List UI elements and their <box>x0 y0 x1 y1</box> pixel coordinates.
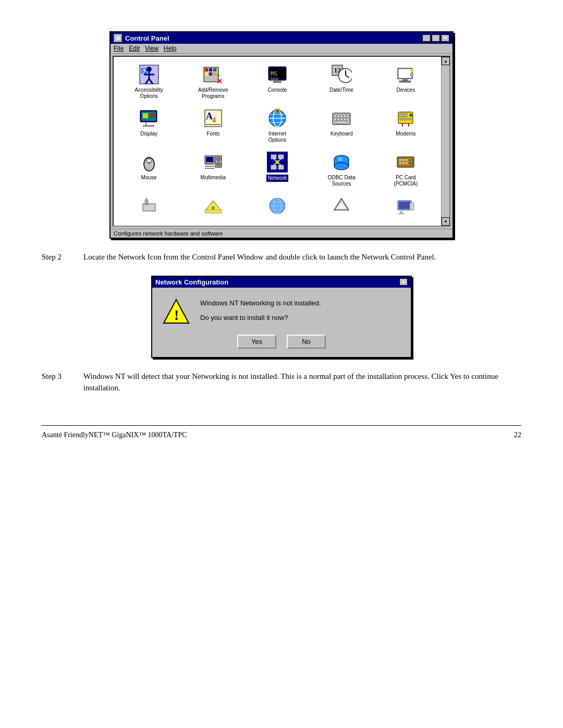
svg-rect-30 <box>402 79 408 81</box>
icon-console[interactable]: MS DOS Console <box>246 61 308 103</box>
svg-rect-54 <box>340 115 342 117</box>
svg-rect-108 <box>145 200 148 205</box>
svg-rect-106 <box>410 160 413 164</box>
title-icon: ⚙ <box>114 34 122 42</box>
svg-text:⚙: ⚙ <box>276 109 279 114</box>
icon-odbc[interactable]: 32 ODBC DataSources <box>311 149 373 190</box>
dialog-close-button[interactable]: ✕ <box>399 278 408 286</box>
step2-number: Step 2 <box>42 251 73 263</box>
svg-text:MS: MS <box>271 70 277 77</box>
svg-rect-103 <box>399 162 401 164</box>
svg-rect-60 <box>344 118 346 120</box>
svg-rect-53 <box>337 115 339 117</box>
step3-text: Windows NT will detect that your Network… <box>83 371 521 394</box>
svg-rect-31 <box>399 81 411 82</box>
icon-grid: ♿ AccessibilityOptions ✕ <box>114 57 441 226</box>
dialog-container: Network Configuration ✕ ! Windows NT Net… <box>151 276 412 358</box>
svg-rect-111 <box>205 210 222 213</box>
icon-row4-3[interactable] <box>246 192 308 221</box>
step3-number: Step 3 <box>42 371 73 394</box>
svg-rect-58 <box>337 118 339 120</box>
control-panel-window: ⚙ Control Panel _ □ ✕ File Edit View Hel… <box>109 31 454 239</box>
step2-section: Step 2 Locate the Network Icon from the … <box>42 251 521 263</box>
svg-rect-52 <box>334 115 336 117</box>
svg-rect-67 <box>400 118 411 120</box>
svg-text:+: + <box>216 71 221 79</box>
icon-display[interactable]: Display <box>118 105 180 146</box>
scroll-down-button[interactable]: ▼ <box>442 217 450 226</box>
svg-text:!: ! <box>174 307 179 323</box>
svg-rect-9 <box>209 68 212 71</box>
menu-edit[interactable]: Edit <box>129 45 140 52</box>
yes-button[interactable]: Yes <box>237 335 276 349</box>
warning-icon: ! <box>163 298 190 325</box>
svg-point-91 <box>276 161 279 164</box>
svg-rect-123 <box>398 213 405 214</box>
svg-rect-56 <box>347 115 349 117</box>
svg-rect-100 <box>399 159 401 161</box>
svg-point-66 <box>409 114 412 117</box>
menu-file[interactable]: File <box>114 45 124 52</box>
dialog-buttons: Yes No <box>163 335 400 349</box>
footer-right: 22 <box>514 431 521 439</box>
svg-rect-107 <box>143 204 155 211</box>
icon-fonts[interactable]: A 4 Fonts <box>182 105 244 146</box>
icon-devices[interactable]: Devices <box>375 61 437 103</box>
step2-text: Locate the Network Icon from the Control… <box>83 251 521 263</box>
svg-point-112 <box>212 206 215 209</box>
icon-row4-4[interactable] <box>311 192 373 221</box>
icon-row4-2[interactable] <box>182 192 244 221</box>
icon-modems[interactable]: Modems <box>375 105 437 146</box>
svg-point-32 <box>410 69 413 72</box>
svg-rect-12 <box>209 72 212 76</box>
scroll-up-button[interactable]: ▲ <box>442 57 450 65</box>
svg-rect-39 <box>143 125 154 127</box>
menu-view[interactable]: View <box>145 45 158 52</box>
step3-section: Step 3 Windows NT will detect that your … <box>42 371 521 394</box>
maximize-button[interactable]: □ <box>432 34 440 42</box>
svg-point-33 <box>410 73 413 76</box>
icon-keyboard[interactable]: Keyboard <box>311 105 373 146</box>
svg-rect-124 <box>410 203 414 210</box>
no-button[interactable]: No <box>287 335 326 349</box>
scroll-track[interactable] <box>442 65 449 217</box>
icon-mouse[interactable]: Mouse <box>118 149 180 190</box>
svg-rect-85 <box>271 165 276 169</box>
svg-rect-121 <box>399 202 410 209</box>
content-area: ♿ AccessibilityOptions ✕ <box>113 56 450 227</box>
footer-left: Asanté FriendlyNET™ GigaNIX™ 1000TA/TPC <box>42 431 187 439</box>
icon-pccard[interactable]: PC Card(PCMCIA) <box>375 149 437 190</box>
icon-row4-1[interactable] <box>118 192 180 221</box>
svg-point-78 <box>216 162 221 166</box>
svg-rect-104 <box>402 162 405 164</box>
icon-addremove[interactable]: ✕ + Add/RemovePrograms <box>182 61 244 103</box>
minimize-button[interactable]: _ <box>422 34 431 42</box>
icon-multimedia[interactable]: Multimedia <box>182 149 244 190</box>
close-button[interactable]: ✕ <box>441 34 449 42</box>
dialog-window: Network Configuration ✕ ! Windows NT Net… <box>151 276 412 358</box>
svg-point-1 <box>146 67 152 72</box>
svg-text:4: 4 <box>212 116 216 124</box>
menu-help[interactable]: Help <box>164 45 177 52</box>
svg-rect-37 <box>150 113 154 117</box>
icon-accessibility[interactable]: ♿ AccessibilityOptions <box>118 61 180 103</box>
scrollbar[interactable]: ▲ ▼ <box>441 57 449 226</box>
dialog-body: ! Windows NT Networking is not installed… <box>152 288 411 357</box>
svg-point-77 <box>216 157 221 161</box>
statusbar: Configures network hardware and software <box>111 229 452 238</box>
svg-text:32: 32 <box>338 156 343 162</box>
svg-rect-55 <box>344 115 346 117</box>
svg-rect-122 <box>400 211 402 213</box>
icon-datetime[interactable]: 1 2 Date/Time <box>311 61 373 103</box>
svg-rect-84 <box>278 155 284 159</box>
icon-row4-5[interactable] <box>375 192 437 221</box>
svg-rect-8 <box>205 68 208 71</box>
icon-internet[interactable]: ⚙ InternetOptions <box>246 105 308 146</box>
icon-network[interactable]: Network <box>246 149 308 190</box>
svg-text:1: 1 <box>334 67 337 74</box>
svg-rect-61 <box>347 118 349 120</box>
svg-rect-86 <box>278 165 284 169</box>
svg-rect-65 <box>404 114 407 117</box>
footer: Asanté FriendlyNET™ GigaNIX™ 1000TA/TPC … <box>42 425 521 439</box>
window-title: Control Panel <box>125 34 169 42</box>
